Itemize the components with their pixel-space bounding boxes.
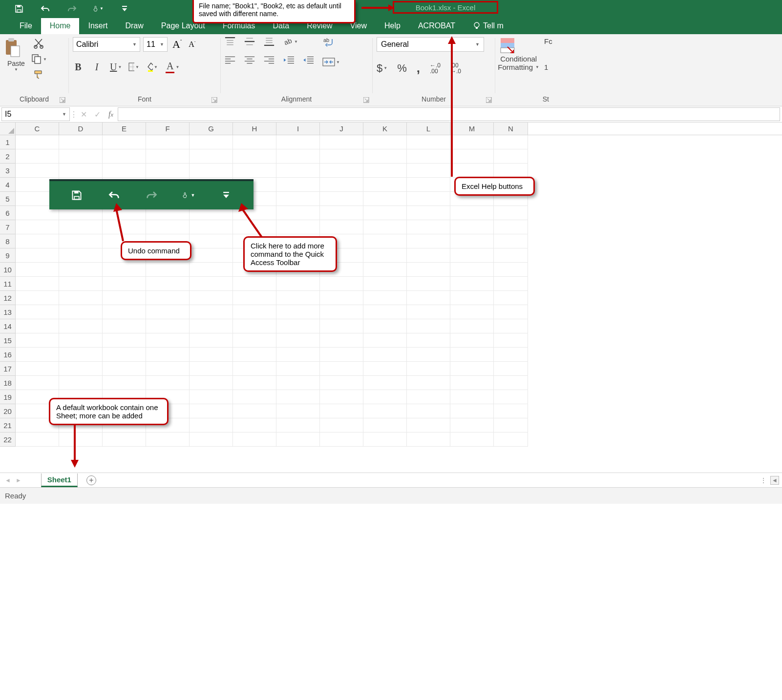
fx-icon[interactable]: fx [104, 110, 118, 119]
cell[interactable] [450, 305, 494, 319]
cell[interactable] [494, 376, 528, 390]
cell[interactable] [190, 248, 233, 263]
cell[interactable] [494, 305, 528, 319]
cell[interactable] [363, 164, 407, 178]
cell[interactable] [494, 135, 528, 149]
row-header[interactable]: 7 [0, 220, 16, 234]
cell[interactable] [407, 234, 450, 248]
cell[interactable] [450, 404, 494, 418]
cell[interactable] [450, 206, 494, 220]
cell[interactable] [146, 135, 190, 149]
cell[interactable] [146, 348, 190, 362]
font-name-combo[interactable]: Calibri▼ [73, 37, 140, 52]
cell[interactable] [59, 135, 103, 149]
col-header[interactable]: J [320, 123, 363, 135]
clipboard-dialog-icon[interactable] [60, 97, 65, 103]
cell[interactable] [233, 220, 276, 234]
align-center-icon[interactable] [244, 56, 255, 64]
cell[interactable] [320, 390, 363, 404]
new-sheet-button[interactable]: + [86, 475, 96, 485]
cell[interactable] [320, 291, 363, 305]
cell[interactable] [233, 362, 276, 376]
cell[interactable] [103, 263, 146, 277]
cell[interactable] [320, 333, 363, 348]
cell[interactable] [103, 220, 146, 234]
col-header[interactable]: K [363, 123, 407, 135]
cell[interactable] [59, 277, 103, 291]
select-all-corner[interactable] [0, 123, 16, 135]
cell[interactable] [363, 263, 407, 277]
cell[interactable] [16, 149, 59, 164]
cell[interactable] [363, 135, 407, 149]
align-left-icon[interactable] [225, 56, 235, 64]
cell[interactable] [103, 348, 146, 362]
cell[interactable] [363, 234, 407, 248]
cell[interactable] [363, 277, 407, 291]
tab-insert[interactable]: Insert [79, 18, 116, 34]
cell[interactable] [407, 390, 450, 404]
cell[interactable] [450, 277, 494, 291]
cell[interactable] [16, 220, 59, 234]
row-header[interactable]: 19 [0, 390, 16, 404]
cell[interactable] [276, 432, 320, 447]
undo-icon[interactable] [40, 3, 51, 14]
col-header[interactable]: F [146, 123, 190, 135]
cell[interactable] [407, 432, 450, 447]
cell[interactable] [190, 348, 233, 362]
cell[interactable] [233, 277, 276, 291]
cell[interactable] [146, 362, 190, 376]
number-dialog-icon[interactable] [486, 97, 492, 103]
cell[interactable] [363, 192, 407, 206]
cell[interactable] [363, 362, 407, 376]
cell[interactable] [233, 404, 276, 418]
customize-qat-icon[interactable] [119, 3, 130, 14]
cell[interactable] [407, 418, 450, 432]
cell[interactable] [494, 149, 528, 164]
cell[interactable] [103, 135, 146, 149]
cell[interactable] [320, 376, 363, 390]
cell[interactable] [59, 348, 103, 362]
cell[interactable] [190, 390, 233, 404]
cell[interactable] [363, 248, 407, 263]
col-header[interactable]: I [276, 123, 320, 135]
cell[interactable] [407, 220, 450, 234]
cell[interactable] [146, 277, 190, 291]
shrink-font-icon[interactable]: Aˇ [187, 40, 197, 49]
col-header[interactable]: M [450, 123, 494, 135]
cell[interactable] [276, 291, 320, 305]
cell[interactable] [320, 192, 363, 206]
cell[interactable] [16, 319, 59, 333]
cell[interactable] [320, 362, 363, 376]
cell[interactable] [363, 418, 407, 432]
cell[interactable] [233, 305, 276, 319]
font-color-button[interactable]: A▼ [166, 61, 176, 73]
cell[interactable] [190, 149, 233, 164]
cell[interactable] [320, 432, 363, 447]
row-header[interactable]: 12 [0, 291, 16, 305]
cell[interactable] [494, 234, 528, 248]
cell[interactable] [59, 333, 103, 348]
cell[interactable] [190, 263, 233, 277]
cell[interactable] [276, 178, 320, 192]
cell[interactable] [363, 348, 407, 362]
cell[interactable] [59, 319, 103, 333]
cell[interactable] [363, 291, 407, 305]
cell[interactable] [363, 305, 407, 319]
cell[interactable] [407, 135, 450, 149]
cell[interactable] [450, 390, 494, 404]
row-header[interactable]: 17 [0, 362, 16, 376]
comma-button[interactable]: , [417, 61, 420, 76]
cell[interactable] [407, 333, 450, 348]
cell[interactable] [146, 376, 190, 390]
cell[interactable] [59, 234, 103, 248]
cell[interactable] [407, 192, 450, 206]
tab-home[interactable]: Home [41, 18, 80, 34]
cell[interactable] [494, 277, 528, 291]
formula-input[interactable] [118, 107, 780, 121]
row-header[interactable]: 5 [0, 192, 16, 206]
cell[interactable] [407, 305, 450, 319]
fill-color-button[interactable]: ▼ [147, 62, 158, 72]
number-format-combo[interactable]: General▼ [377, 37, 484, 52]
cell[interactable] [276, 192, 320, 206]
cell[interactable] [276, 362, 320, 376]
